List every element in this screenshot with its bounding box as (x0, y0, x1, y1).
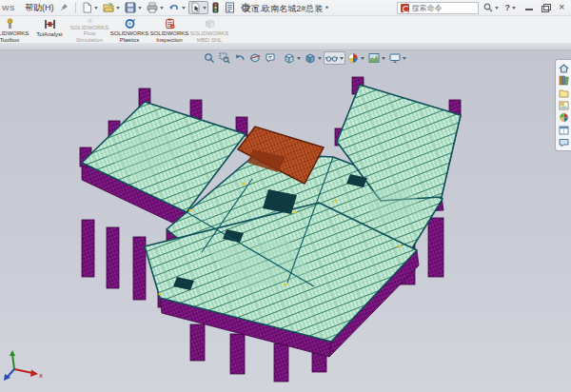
rebuild-button[interactable] (209, 1, 222, 14)
dropdown-arrow-icon (512, 7, 516, 10)
search-zone: ? (397, 2, 570, 14)
dropdown-arrow-icon (382, 57, 385, 60)
view-cube-icon (284, 52, 295, 64)
edit-appearance-button[interactable] (345, 51, 366, 65)
apply-scene-button[interactable] (366, 51, 387, 65)
dropdown-arrow-icon (403, 57, 406, 60)
dropdown-arrow-icon (203, 7, 207, 10)
tab-appearances-scenes[interactable] (558, 112, 570, 123)
zoom-to-fit-icon (204, 52, 215, 64)
dropdown-arrow-icon (116, 7, 120, 10)
undo-button[interactable] (167, 1, 187, 14)
previous-view-button[interactable] (232, 51, 247, 65)
addin-tab-tolanalyst[interactable]: TolAnalyst (30, 16, 69, 43)
tab-solidworks-resources[interactable] (558, 63, 570, 73)
triad-z-axis (4, 369, 14, 381)
triad-x-axis: x (14, 369, 43, 380)
display-style-icon (305, 52, 316, 64)
addin-tab-mbd-snl[interactable]: SOLIDWORKS MBD SNL (189, 16, 229, 43)
addins-toolbar: SOLIDWORKS Toolbox TolAnalyst SOLIDWORKS… (0, 16, 571, 43)
solidworks-window: WS 帮助(H) (0, 0, 571, 392)
task-pane-tabs (555, 59, 571, 151)
dropdown-arrow-icon (361, 57, 364, 60)
tab-custom-properties[interactable] (558, 125, 570, 135)
addin-tab-label: SOLIDWORKS MBD SNL (189, 30, 229, 43)
zoom-to-area-icon (219, 52, 230, 64)
addin-tab-label: TolAnalyst (30, 31, 69, 38)
open-folder-icon (103, 2, 114, 13)
tab-file-explorer[interactable] (558, 88, 570, 98)
hide-show-glasses-icon (325, 52, 338, 64)
appearance-ball-icon (559, 112, 569, 123)
view-settings-monitor-icon (389, 52, 401, 64)
mbd-snl-icon (204, 18, 216, 29)
addin-tab-flow-simulation[interactable]: SOLIDWORKS Flow Simulation (69, 16, 109, 43)
addin-tab-plastics[interactable]: SOLIDWORKS Plastics (109, 16, 149, 43)
addin-tab-label: SOLIDWORKS Plastics (109, 30, 149, 43)
reference-triad: x (2, 348, 44, 382)
solidworks-logo-fragment: WS (2, 4, 15, 12)
file-properties-button[interactable] (223, 1, 237, 14)
addin-tab-inspection[interactable]: SOLIDWORKS Inspection (149, 16, 189, 43)
heads-up-toolbar (202, 51, 408, 65)
addin-tab-solidworks-toolbox[interactable]: SOLIDWORKS Toolbox (0, 16, 30, 43)
view-palette-icon (559, 101, 569, 110)
view-settings-button[interactable] (387, 51, 408, 65)
dropdown-arrow-icon (297, 57, 301, 60)
command-manager: SOLIDWORKS Toolbox TolAnalyst SOLIDWORKS… (0, 16, 571, 44)
command-manager-edge (0, 44, 571, 50)
help-button[interactable]: ? (503, 3, 519, 12)
open-button[interactable] (101, 1, 122, 14)
section-view-icon (249, 52, 261, 64)
formwork-assembly-model[interactable] (0, 50, 571, 392)
solidworks-app-icon (401, 4, 409, 12)
printer-icon (147, 2, 158, 13)
window-controls (524, 3, 567, 12)
hide-show-items-button[interactable] (324, 51, 345, 65)
menu-help[interactable]: 帮助(H) (21, 1, 58, 15)
search-magnifier-button[interactable] (482, 3, 501, 12)
select-button[interactable] (188, 1, 208, 14)
tab-solidworks-forum[interactable] (558, 137, 570, 147)
zoom-to-area-button[interactable] (217, 51, 232, 65)
save-button[interactable] (123, 1, 144, 14)
document-title: 友谊.欧南名城2#总装 * (243, 3, 329, 15)
search-input[interactable] (412, 4, 473, 12)
restore-button[interactable] (541, 3, 551, 12)
window-icon (559, 126, 569, 135)
tab-view-palette[interactable] (558, 100, 570, 110)
dynamic-annotation-button[interactable] (263, 51, 278, 65)
save-floppy-icon (125, 2, 136, 13)
new-button[interactable] (80, 1, 100, 14)
magnifier-icon (483, 3, 493, 12)
plastics-icon (124, 18, 136, 29)
close-button[interactable] (557, 3, 567, 12)
zoom-to-fit-button[interactable] (202, 51, 217, 65)
annotation-icon (265, 52, 276, 64)
tolanalyst-icon (44, 18, 56, 30)
dropdown-arrow-icon (182, 7, 186, 10)
rebuild-traffic-light-icon (211, 2, 220, 13)
tab-design-library[interactable] (558, 75, 570, 86)
appearance-ball-icon (347, 52, 359, 64)
graphics-area[interactable]: x (0, 50, 571, 392)
view-orientation-button[interactable] (282, 51, 303, 65)
minimize-button[interactable] (524, 3, 535, 12)
display-style-button[interactable] (303, 51, 324, 65)
select-cursor-icon (190, 2, 201, 13)
forum-chat-icon (559, 138, 569, 147)
print-button[interactable] (145, 1, 166, 14)
new-document-icon (82, 2, 92, 13)
separator (75, 2, 76, 13)
command-search[interactable] (397, 2, 479, 14)
file-properties-icon (225, 2, 235, 13)
flow-simulation-icon (84, 18, 96, 24)
dropdown-arrow-icon (94, 7, 98, 10)
previous-view-icon (234, 52, 246, 64)
section-view-button[interactable] (247, 51, 263, 65)
triad-y-axis (10, 350, 15, 369)
pin-menu-icon[interactable] (60, 3, 69, 13)
inspection-icon (164, 18, 176, 29)
addin-tab-label: SOLIDWORKS Flow Simulation (69, 25, 109, 44)
title-bar: WS 帮助(H) (0, 0, 571, 16)
